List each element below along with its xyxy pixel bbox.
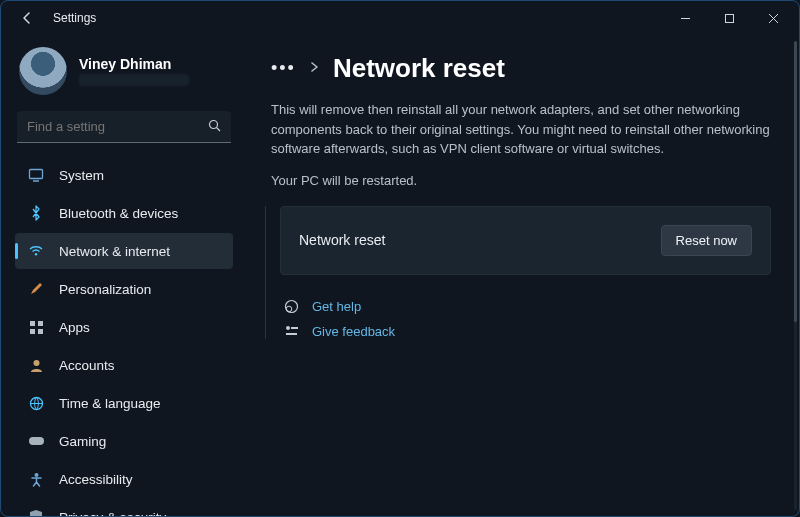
maximize-button[interactable] bbox=[707, 3, 751, 33]
sidebar-item-label: Accessibility bbox=[59, 472, 133, 487]
shield-icon bbox=[27, 508, 45, 517]
titlebar: Settings bbox=[1, 1, 799, 35]
window-controls bbox=[663, 3, 795, 33]
person-icon bbox=[27, 356, 45, 374]
sidebar-item-accounts[interactable]: Accounts bbox=[15, 347, 233, 383]
give-feedback-label: Give feedback bbox=[312, 324, 395, 339]
chevron-right-icon bbox=[310, 61, 319, 76]
svg-rect-1 bbox=[725, 14, 733, 22]
sidebar-item-network[interactable]: Network & internet bbox=[15, 233, 233, 269]
nav-list: System Bluetooth & devices Network & int… bbox=[15, 157, 233, 517]
sidebar-item-label: Apps bbox=[59, 320, 90, 335]
profile-block[interactable]: Viney Dhiman bbox=[19, 47, 229, 95]
minimize-button[interactable] bbox=[663, 3, 707, 33]
main-content: ••• Network reset This will remove then … bbox=[243, 35, 799, 516]
sidebar-item-label: Time & language bbox=[59, 396, 161, 411]
wifi-icon bbox=[27, 242, 45, 260]
paintbrush-icon bbox=[27, 280, 45, 298]
svg-rect-21 bbox=[286, 333, 297, 335]
close-button[interactable] bbox=[751, 3, 795, 33]
sidebar-item-personalization[interactable]: Personalization bbox=[15, 271, 233, 307]
scrollbar-thumb[interactable] bbox=[794, 41, 797, 322]
sidebar-item-label: Accounts bbox=[59, 358, 115, 373]
search-icon bbox=[208, 119, 221, 135]
gamepad-icon bbox=[27, 432, 45, 450]
page-description: This will remove then reinstall all your… bbox=[271, 100, 771, 159]
help-links: Get help Give feedback bbox=[282, 299, 771, 339]
search-box[interactable] bbox=[17, 111, 231, 143]
svg-rect-12 bbox=[38, 329, 43, 334]
get-help-label: Get help bbox=[312, 299, 361, 314]
avatar bbox=[19, 47, 67, 95]
accessibility-icon bbox=[27, 470, 45, 488]
app-title: Settings bbox=[53, 11, 96, 25]
globe-clock-icon bbox=[27, 394, 45, 412]
breadcrumb: ••• Network reset bbox=[271, 53, 771, 84]
svg-rect-20 bbox=[291, 327, 298, 329]
user-name: Viney Dhiman bbox=[79, 56, 189, 72]
sidebar: Viney Dhiman System Bluetooth & devic bbox=[1, 35, 243, 516]
back-button[interactable] bbox=[15, 6, 39, 30]
reset-now-button[interactable]: Reset now bbox=[661, 225, 752, 256]
sidebar-item-privacy[interactable]: Privacy & security bbox=[15, 499, 233, 517]
sidebar-item-apps[interactable]: Apps bbox=[15, 309, 233, 345]
network-reset-card: Network reset Reset now bbox=[280, 206, 771, 275]
sidebar-item-system[interactable]: System bbox=[15, 157, 233, 193]
svg-point-19 bbox=[286, 326, 290, 330]
svg-point-8 bbox=[35, 253, 37, 255]
bluetooth-icon bbox=[27, 204, 45, 222]
card-label: Network reset bbox=[299, 232, 385, 248]
help-icon bbox=[282, 299, 300, 314]
sidebar-item-label: Bluetooth & devices bbox=[59, 206, 178, 221]
get-help-link[interactable]: Get help bbox=[282, 299, 771, 314]
sidebar-item-label: Personalization bbox=[59, 282, 151, 297]
sidebar-item-label: System bbox=[59, 168, 104, 183]
user-email-redacted bbox=[79, 74, 189, 86]
svg-rect-6 bbox=[30, 170, 43, 179]
svg-rect-11 bbox=[30, 329, 35, 334]
give-feedback-link[interactable]: Give feedback bbox=[282, 324, 771, 339]
sidebar-item-label: Gaming bbox=[59, 434, 106, 449]
sidebar-item-bluetooth[interactable]: Bluetooth & devices bbox=[15, 195, 233, 231]
restart-note: Your PC will be restarted. bbox=[271, 173, 771, 188]
svg-point-18 bbox=[286, 306, 292, 312]
sidebar-item-label: Network & internet bbox=[59, 244, 170, 259]
svg-rect-15 bbox=[29, 437, 44, 445]
feedback-icon bbox=[282, 324, 300, 339]
breadcrumb-overflow-button[interactable]: ••• bbox=[271, 58, 296, 79]
svg-line-5 bbox=[217, 128, 221, 132]
sidebar-item-accessibility[interactable]: Accessibility bbox=[15, 461, 233, 497]
svg-rect-9 bbox=[30, 321, 35, 326]
search-input[interactable] bbox=[17, 111, 231, 143]
sidebar-item-label: Privacy & security bbox=[59, 510, 166, 518]
system-icon bbox=[27, 166, 45, 184]
sidebar-scrollbar[interactable] bbox=[794, 41, 797, 510]
sidebar-item-gaming[interactable]: Gaming bbox=[15, 423, 233, 459]
svg-rect-10 bbox=[38, 321, 43, 326]
page-title: Network reset bbox=[333, 53, 505, 84]
apps-icon bbox=[27, 318, 45, 336]
svg-point-13 bbox=[33, 360, 39, 366]
sidebar-item-time-language[interactable]: Time & language bbox=[15, 385, 233, 421]
svg-point-4 bbox=[210, 121, 218, 129]
svg-point-16 bbox=[34, 473, 38, 477]
